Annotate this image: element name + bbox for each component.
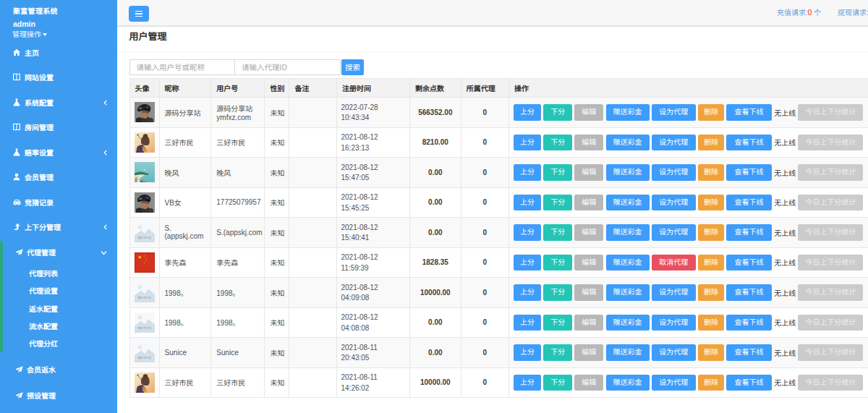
svg-text:图片不存在: 图片不存在 [138, 296, 151, 299]
svg-text:图片不存在: 图片不存在 [138, 236, 151, 239]
svg-text:图片不存在: 图片不存在 [138, 356, 151, 359]
svg-text:图片不存在: 图片不存在 [138, 326, 151, 330]
